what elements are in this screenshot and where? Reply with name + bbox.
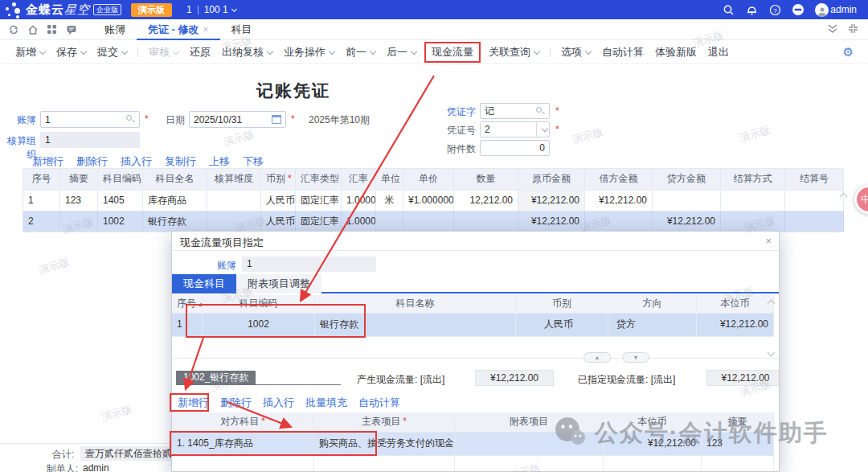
- move-up-button[interactable]: 上移: [209, 154, 230, 169]
- toolbar-cash-flow-button[interactable]: 现金流量: [424, 42, 481, 63]
- cell[interactable]: 人民币: [261, 191, 296, 211]
- cell[interactable]: 银行存款: [315, 314, 516, 336]
- cell[interactable]: 1. 1405_库存商品: [172, 433, 314, 455]
- column-header[interactable]: 结算方式: [721, 169, 785, 190]
- column-header[interactable]: 主表项目*: [314, 412, 455, 432]
- column-header[interactable]: 摘要: [60, 169, 98, 190]
- attachment-count-input[interactable]: 0: [480, 140, 550, 156]
- cell[interactable]: 固定汇率: [296, 211, 342, 232]
- column-header[interactable]: 结算号: [785, 169, 844, 190]
- toolbar-business-ops-button[interactable]: 业务操作: [278, 45, 340, 60]
- close-tab-icon[interactable]: ×: [203, 24, 209, 35]
- add-row-button[interactable]: 新增行: [32, 154, 63, 169]
- expand-down-button[interactable]: ▼: [622, 352, 649, 363]
- column-header[interactable]: 对方科目*: [172, 412, 314, 432]
- voucher-row-1[interactable]: 1 123 1405 库存商品 人民币 固定汇率 1.0000 米 ¥1.000…: [23, 191, 844, 211]
- cell[interactable]: ¥12,212.00: [653, 211, 721, 232]
- column-header[interactable]: 单价: [403, 169, 454, 190]
- cell[interactable]: 12,212.00: [454, 191, 518, 211]
- dropdown-button[interactable]: [536, 122, 549, 137]
- cell[interactable]: 购买商品、接受劳务支付的现金: [314, 433, 455, 455]
- cell[interactable]: [60, 211, 98, 232]
- column-header[interactable]: 数量: [454, 169, 518, 190]
- tab-account[interactable]: 科目: [220, 19, 264, 40]
- cell[interactable]: [721, 191, 785, 211]
- cell[interactable]: [207, 211, 261, 232]
- calendar-icon[interactable]: [272, 115, 281, 124]
- cell[interactable]: ¥12,212.00: [604, 433, 702, 455]
- column-header[interactable]: 单位: [376, 169, 403, 190]
- search-icon[interactable]: [126, 115, 135, 124]
- delete-row-button[interactable]: 删除行: [76, 154, 108, 169]
- cell[interactable]: [376, 211, 403, 232]
- cell[interactable]: 米: [376, 191, 403, 211]
- column-header[interactable]: 汇率: [342, 169, 376, 190]
- dialog-batch-fill-button[interactable]: 批量填充: [305, 396, 347, 410]
- assistant-float-button[interactable]: 中: [854, 185, 868, 214]
- column-header[interactable]: 附表项目: [455, 412, 604, 432]
- cell[interactable]: 1: [23, 191, 60, 211]
- cell[interactable]: 1: [172, 314, 203, 336]
- cell[interactable]: ¥12,212.00: [518, 191, 585, 211]
- column-header[interactable]: 序号▲: [172, 295, 203, 313]
- toolbar-submit-button[interactable]: 提交: [92, 45, 133, 60]
- column-header[interactable]: 摘要: [702, 412, 774, 432]
- tab-cash-accounts[interactable]: 现金科目: [172, 274, 236, 293]
- cell[interactable]: [455, 433, 604, 455]
- cash-account-row-selected[interactable]: 1 1002 银行存款 人民币 贷方 ¥12,212.00: [172, 314, 774, 337]
- collapse-tabs-icon[interactable]: [827, 23, 838, 36]
- tab-voucher-edit[interactable]: 凭证 - 修改×: [137, 19, 220, 40]
- copy-row-button[interactable]: 复制行: [165, 154, 196, 169]
- cell[interactable]: ¥12,212.00: [518, 211, 585, 232]
- toolbar-previous-button[interactable]: 前一: [340, 45, 381, 60]
- voucher-word-label[interactable]: 凭证字: [442, 105, 476, 119]
- cell[interactable]: 贷方: [608, 314, 697, 336]
- cell[interactable]: 1405: [98, 191, 143, 211]
- refresh-icon[interactable]: [7, 23, 19, 35]
- book-field-label[interactable]: 账簿: [0, 113, 36, 127]
- toolbar-restore-button[interactable]: 还原: [184, 45, 216, 60]
- cash-flow-item-row[interactable]: 1. 1405_库存商品 购买商品、接受劳务支付的现金 ¥12,212.00 1…: [172, 433, 774, 456]
- cell[interactable]: [403, 211, 454, 232]
- toolbar-cashier-review-button[interactable]: 出纳复核: [216, 45, 278, 60]
- column-header[interactable]: 序号: [23, 169, 60, 190]
- cell[interactable]: 123: [702, 433, 774, 455]
- cell[interactable]: 1.0000: [342, 211, 376, 232]
- cell[interactable]: ¥12,212.00: [697, 314, 774, 336]
- toolbar-next-button[interactable]: 后一: [381, 45, 422, 60]
- column-header[interactable]: 科目全名: [143, 169, 207, 190]
- cell[interactable]: 1002: [98, 211, 143, 232]
- cell[interactable]: 123: [60, 191, 98, 211]
- fold-panel-icon[interactable]: [848, 23, 858, 36]
- column-header[interactable]: 方向: [608, 295, 697, 313]
- book-field-input[interactable]: 1: [40, 111, 140, 128]
- toolbar-new-button[interactable]: 新增: [10, 45, 51, 60]
- user-menu[interactable]: admin: [815, 3, 857, 17]
- cell[interactable]: [454, 211, 518, 232]
- org-account-switcher[interactable]: 1 100 1: [186, 4, 236, 15]
- move-down-button[interactable]: 下移: [243, 154, 264, 169]
- voucher-row-2-selected[interactable]: 2 1002 银行存款 人民币 固定汇率 1.0000 ¥12,212.00 ¥…: [23, 211, 844, 232]
- close-dialog-icon[interactable]: ×: [765, 235, 772, 247]
- column-header[interactable]: 科目名称: [315, 295, 516, 313]
- toolbar-auto-calc-button[interactable]: 自动计算: [596, 45, 649, 60]
- column-header[interactable]: 币别: [516, 295, 608, 313]
- cell[interactable]: 1002: [203, 314, 315, 336]
- column-header[interactable]: 汇率类型*: [296, 169, 342, 190]
- column-header[interactable]: 原币金额: [518, 169, 585, 190]
- apps-grid-icon[interactable]: [46, 23, 58, 35]
- cell[interactable]: 人民币: [516, 314, 608, 336]
- column-header[interactable]: 科目编码*: [98, 169, 143, 190]
- column-header[interactable]: 本位币: [697, 295, 774, 313]
- toolbar-try-new-version-button[interactable]: 体验新版: [649, 45, 702, 60]
- toolbar-save-button[interactable]: 保存: [51, 45, 92, 60]
- cell[interactable]: 2: [23, 211, 60, 232]
- cell[interactable]: [207, 191, 261, 211]
- do-not-disturb-icon[interactable]: [792, 3, 805, 16]
- cell[interactable]: [653, 191, 721, 211]
- cell[interactable]: ¥1.000000: [403, 191, 454, 211]
- cell[interactable]: 库存商品: [143, 191, 207, 211]
- tab-supplement-adjust[interactable]: 附表项目调整: [236, 274, 321, 293]
- dialog-delete-row-button[interactable]: 删除行: [220, 396, 252, 410]
- cell[interactable]: [785, 191, 844, 211]
